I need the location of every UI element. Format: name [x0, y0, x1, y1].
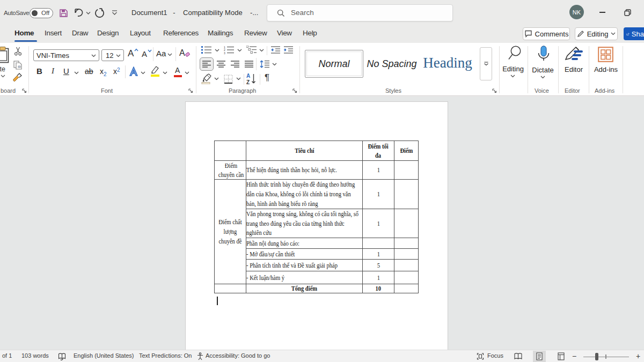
svg-text:A: A [246, 73, 250, 79]
svg-text:Z: Z [246, 79, 250, 85]
svg-text:3: 3 [224, 51, 225, 55]
